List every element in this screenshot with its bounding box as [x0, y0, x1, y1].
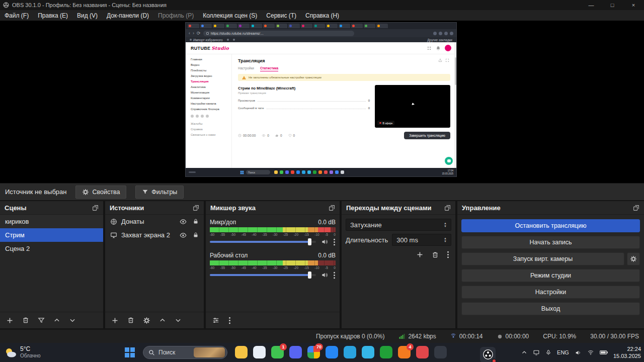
exit-button[interactable]: Выход [461, 302, 640, 315]
add-source-button[interactable] [111, 317, 119, 324]
language-indicator[interactable]: ENG [557, 349, 569, 355]
source-properties-button[interactable] [143, 317, 150, 324]
add-transition-button[interactable] [416, 251, 424, 258]
move-scene-up-button[interactable] [53, 317, 60, 324]
taskbar-obs-icon[interactable] [480, 347, 496, 362]
menu-edit[interactable]: Правка (E) [33, 10, 72, 21]
start-virtual-camera-button[interactable]: Запуск вирт. камеры [461, 252, 624, 265]
captured-search: Поиск [246, 170, 270, 174]
tab-favicon [340, 25, 342, 27]
virtual-camera-settings-button[interactable] [627, 252, 640, 265]
tray-volume-icon[interactable] [575, 349, 582, 356]
menu-docks[interactable]: Док-панели (D) [102, 10, 153, 21]
ssl-lock-icon [206, 32, 209, 35]
browser-tab [225, 24, 237, 28]
advanced-audio-button[interactable] [212, 317, 220, 324]
menu-file[interactable]: Файл (F) [0, 10, 33, 21]
remove-source-button[interactable] [127, 317, 134, 324]
browser-tab [238, 24, 250, 28]
start-recording-button[interactable]: Начать запись [461, 236, 640, 249]
properties-button[interactable]: Свойства [75, 186, 126, 199]
taskbar-app-icon[interactable] [434, 345, 447, 359]
remove-transition-button[interactable] [432, 251, 439, 258]
popout-icon[interactable] [329, 205, 335, 211]
taskbar-search[interactable]: Поиск [143, 346, 227, 359]
kebab-menu-icon[interactable] [333, 272, 336, 279]
transition-menu-button[interactable] [447, 251, 449, 258]
popout-icon[interactable] [92, 205, 99, 211]
volume-slider[interactable] [210, 241, 316, 243]
weather-icon [4, 346, 17, 359]
meter-scale-label: -55 [220, 233, 225, 236]
remove-scene-button[interactable] [22, 317, 29, 324]
settings-button[interactable]: Настройки [461, 286, 640, 299]
obs-preview-canvas[interactable]: ‹ › ⟳ https://studio.rutube.ru/streams/…… [0, 21, 644, 183]
scene-filters-button[interactable] [38, 317, 45, 324]
taskbar-app-icon[interactable] [379, 345, 393, 359]
obs-titlebar: OBS 30.1.0 - Профиль: Без названия - Сце… [0, 0, 644, 10]
popout-icon[interactable] [444, 205, 451, 211]
mixer-menu-button[interactable] [228, 317, 231, 324]
taskbar-app-icon[interactable] [253, 345, 266, 359]
avatar [445, 45, 451, 51]
lock-icon[interactable] [193, 232, 199, 238]
taskbar-app-icon[interactable] [416, 345, 429, 359]
minimize-button[interactable]: — [581, 0, 602, 10]
tray-network-icon[interactable] [587, 349, 594, 355]
eye-icon[interactable] [180, 232, 187, 239]
taskbar-app-icon[interactable] [325, 345, 339, 359]
dropped-frames: Пропуск кадров 0 (0.0%) [316, 333, 385, 340]
duration-spinbox[interactable]: 300 ms ▲▼ [392, 234, 451, 246]
menu-profile[interactable]: Профиль (P) [153, 10, 198, 21]
move-source-down-button[interactable] [175, 317, 182, 324]
scene-item[interactable]: Сцена 2 [0, 242, 103, 255]
sidebar-item: Плейлисты [186, 67, 231, 73]
rutube-content: Трансляция Настройки Статистика Не запол… [232, 54, 456, 168]
menu-scene-collection[interactable]: Коллекция сцен (S) [198, 10, 262, 21]
taskbar-clock[interactable]: 22:24 15.03.2025 [613, 345, 641, 359]
tab-favicon [201, 25, 204, 27]
speaker-icon[interactable] [320, 238, 329, 245]
add-scene-button[interactable] [6, 317, 14, 324]
scene-item-selected[interactable]: Стрим [0, 228, 103, 242]
popout-icon[interactable] [633, 205, 639, 211]
taskbar-app-icon[interactable] [361, 345, 375, 359]
taskbar-app-icon[interactable]: 70 [307, 345, 320, 359]
extension-icons [433, 32, 453, 35]
speaker-icon[interactable] [320, 272, 329, 279]
volume-slider[interactable] [210, 274, 316, 276]
tray-mic-icon[interactable] [545, 349, 551, 356]
captured-app-icons [274, 170, 350, 174]
menu-help[interactable]: Справка (H) [301, 10, 344, 21]
taskbar-app-icon[interactable] [289, 345, 302, 359]
lock-icon[interactable] [193, 218, 199, 225]
popout-icon[interactable] [193, 205, 199, 211]
gear-icon [82, 189, 89, 196]
move-scene-down-button[interactable] [69, 317, 76, 324]
taskbar-app-icon[interactable] [234, 345, 248, 359]
kebab-menu-icon[interactable] [333, 238, 336, 246]
menubar: Файл (F) Правка (E) Вид (V) Док-панели (… [0, 10, 644, 21]
menu-view[interactable]: Вид (V) [72, 10, 102, 21]
studio-mode-button[interactable]: Режим студии [461, 269, 640, 282]
tray-battery-icon[interactable] [600, 350, 608, 355]
taskbar-app-icon[interactable]: 4 [397, 345, 411, 359]
taskbar-app-icon[interactable]: 1 [271, 345, 284, 359]
source-item[interactable]: Захват экрана 2 [105, 228, 204, 242]
start-button[interactable] [124, 346, 136, 358]
menu-tools[interactable]: Сервис (T) [262, 10, 301, 21]
move-source-up-button[interactable] [159, 317, 166, 324]
tray-device-icon[interactable] [533, 349, 540, 356]
stop-streaming-button[interactable]: Остановить трансляцию [461, 219, 640, 232]
taskbar-app-icon[interactable] [343, 345, 357, 359]
close-button[interactable]: × [623, 0, 644, 10]
weather-widget[interactable]: 5°C Облачно [4, 346, 41, 359]
source-item[interactable]: Донаты [105, 215, 204, 228]
maximize-button[interactable]: □ [602, 0, 623, 10]
bitrate: 2642 kbps [398, 333, 436, 340]
transition-select[interactable]: Затухание ▲▼ [346, 219, 451, 231]
tray-chevron-up-icon[interactable] [521, 349, 527, 355]
scene-item[interactable]: кириков [0, 215, 103, 228]
eye-icon[interactable] [180, 218, 187, 225]
filters-button[interactable]: Фильтры [135, 186, 184, 199]
